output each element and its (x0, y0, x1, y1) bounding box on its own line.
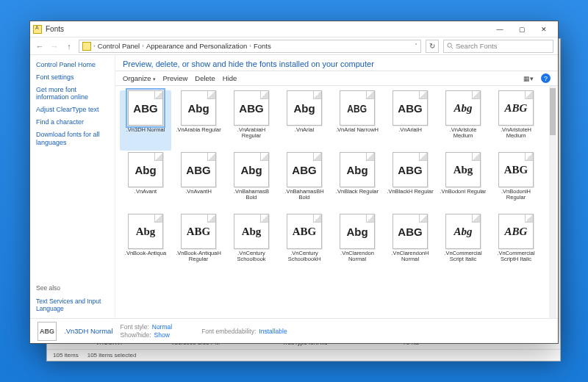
font-thumb: ABG (181, 214, 216, 249)
sidebar-home[interactable]: Control Panel Home (36, 61, 109, 69)
breadcrumb-0[interactable]: Control Panel (98, 42, 140, 50)
font-tile[interactable]: ABG.VnCommercial ScriptH Italic (490, 214, 542, 274)
font-sample: Abg (346, 226, 368, 238)
breadcrumb-icon (82, 42, 91, 51)
font-tile[interactable]: Abg.VnCentury Schoolbook (226, 214, 277, 274)
breadcrumb[interactable]: › Control Panel› Appearance and Personal… (79, 40, 421, 53)
font-tile[interactable]: ABG.VnCentury SchoolbookH (279, 214, 330, 274)
seealso-link[interactable]: Text Services and Input Language (36, 298, 109, 312)
font-tile[interactable]: ABG.VnBook-AntiquaH Regular (173, 214, 224, 274)
toolbar: Organize Preview Delete Hide ▦▾ ? (115, 71, 558, 86)
font-label: .VnArial (295, 127, 314, 133)
titlebar[interactable]: Fonts — ▢ ✕ (30, 21, 558, 37)
font-label: .VnBlack Regular (336, 189, 379, 195)
search-placeholder: Search Fonts (456, 42, 498, 50)
font-label: .VnArabia Regular (176, 127, 220, 133)
details-show-val: Show (154, 331, 170, 339)
font-tile[interactable]: ABG.VnArial NarrowH (331, 90, 383, 151)
font-tile[interactable]: ABG.VnClarendonH Normal (384, 214, 436, 274)
font-sample: Abg (293, 102, 315, 115)
delete-button[interactable]: Delete (195, 74, 215, 82)
font-tile[interactable]: Abg.VnBlack Regular (331, 152, 383, 212)
details-embed-key: Font embeddability: (201, 328, 256, 335)
breadcrumb-dropdown-icon[interactable]: ˅ (415, 43, 417, 49)
font-sample: ABG (505, 102, 528, 115)
font-sample: Abg (346, 164, 368, 176)
font-sample: Abg (453, 226, 472, 238)
font-tile[interactable]: Abg.VnBook-Antiqua (120, 214, 171, 274)
font-thumb: ABG (498, 90, 534, 126)
font-sample: ABG (398, 164, 422, 176)
refresh-button[interactable]: ↻ (426, 40, 439, 53)
preview-button[interactable]: Preview (163, 74, 188, 82)
font-thumb: Abg (340, 214, 375, 249)
font-label: .VnBook-AntiquaH Regular (175, 251, 222, 263)
window-title: Fonts (46, 25, 489, 33)
sidebar-link-1[interactable]: Get more font information online (36, 86, 109, 102)
font-tile[interactable]: Abg.VnClarendon Normal (331, 214, 383, 274)
scrollbar[interactable] (549, 86, 556, 318)
font-tile[interactable]: Abg.VnBodoni Regular (437, 152, 489, 212)
forward-button[interactable]: → (49, 41, 60, 51)
font-thumb: Abg (445, 152, 481, 187)
font-label: .VnBook-Antiqua (125, 251, 166, 256)
font-tile[interactable]: ABG.VnBlackH Regular (384, 152, 436, 212)
up-button[interactable]: ↑ (64, 41, 74, 51)
sidebar-link-2[interactable]: Adjust ClearType text (36, 106, 109, 114)
font-sample: Abg (187, 102, 209, 115)
font-tile[interactable]: Abg.VnCommercial Script Italic (437, 214, 489, 274)
font-sample: ABG (348, 102, 368, 115)
font-tile[interactable]: ABG.Vn3DH Normal (120, 90, 171, 151)
font-label: .VnCentury SchoolbookH (281, 251, 328, 263)
sidebar-link-0[interactable]: Font settings (36, 73, 109, 82)
font-tile[interactable]: Abg.VnArabia Regular (173, 90, 224, 151)
font-thumb: ABG (287, 214, 322, 249)
close-button[interactable]: ✕ (533, 23, 555, 36)
sidebar-link-3[interactable]: Find a character (36, 118, 109, 126)
scrollbar-thumb[interactable] (550, 88, 556, 135)
font-tile[interactable]: Abg.VnArial (279, 90, 330, 151)
bg-status-count: 105 items (53, 352, 79, 358)
font-thumb: ABG (392, 90, 428, 126)
font-label: .VnBahamasBH Bold (281, 189, 328, 201)
seealso-heading: See also (36, 284, 109, 292)
font-thumb: Abg (340, 152, 375, 187)
hide-button[interactable]: Hide (223, 74, 237, 82)
font-sample: Abg (453, 164, 473, 176)
font-thumb: ABG (498, 152, 534, 187)
minimize-button[interactable]: — (489, 23, 511, 36)
details-pane: ABG .Vn3DH Normal Font style:Normal Show… (30, 318, 558, 343)
breadcrumb-1[interactable]: Appearance and Personalization (146, 42, 247, 50)
font-thumb: Abg (287, 90, 322, 126)
font-tile[interactable]: ABG.VnArabiaH Regular (226, 90, 277, 151)
back-button[interactable]: ← (35, 41, 45, 51)
font-label: .VnAristoteH Medium (492, 127, 539, 140)
font-tile[interactable]: ABG.VnAristoteH Medium (490, 90, 542, 151)
font-sample: Abg (242, 226, 262, 238)
view-options-icon[interactable]: ▦▾ (523, 74, 534, 83)
font-tile[interactable]: ABG.VnArialH (384, 90, 436, 151)
help-icon[interactable]: ? (541, 73, 551, 83)
font-tile[interactable]: Abg.VnAristote Medium (437, 90, 489, 151)
font-label: .VnBahamasB Bold (228, 189, 275, 201)
font-label: .VnBodoniH Regular (492, 189, 539, 201)
details-thumb: ABG (37, 322, 57, 341)
font-tile[interactable]: Abg.VnBahamasB Bold (226, 152, 277, 212)
font-label: .VnBlackH Regular (387, 189, 433, 195)
font-tile[interactable]: Abg.VnAvant (120, 152, 171, 212)
sidebar-link-4[interactable]: Download fonts for all languages (36, 131, 109, 147)
maximize-button[interactable]: ▢ (511, 23, 533, 36)
svg-point-0 (448, 43, 451, 47)
font-thumb: ABG (287, 152, 322, 187)
organize-button[interactable]: Organize (123, 74, 156, 82)
main-panel: Preview, delete, or show and hide the fo… (115, 55, 558, 318)
breadcrumb-2[interactable]: Fonts (254, 42, 271, 50)
font-thumb: Abg (128, 214, 163, 249)
search-input[interactable]: Search Fonts (443, 40, 553, 53)
font-tile[interactable]: ABG.VnBahamasBH Bold (279, 152, 330, 212)
font-thumb: Abg (181, 90, 216, 126)
fonts-icon (33, 25, 42, 34)
font-tile[interactable]: ABG.VnAvantH (173, 152, 224, 212)
font-tile[interactable]: ABG.VnBodoniH Regular (490, 152, 542, 212)
font-label: .Vn3DH Normal (126, 127, 165, 133)
